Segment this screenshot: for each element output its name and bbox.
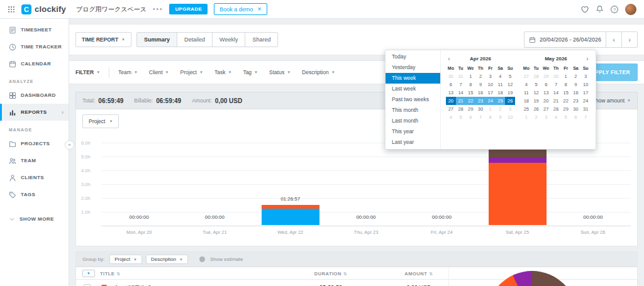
- calendar-day[interactable]: 26: [505, 97, 515, 105]
- preset-last-year[interactable]: Last year: [386, 137, 440, 148]
- calendar-day[interactable]: 11: [496, 80, 506, 89]
- sidebar-item-team[interactable]: TEAM: [0, 152, 69, 169]
- calendar-day[interactable]: 8: [486, 113, 496, 121]
- calendar-day[interactable]: 6: [541, 80, 551, 89]
- sidebar-item-reports[interactable]: REPORTS›: [0, 104, 69, 121]
- filter-client-dropdown[interactable]: Client▼: [149, 69, 169, 75]
- calendar-day[interactable]: 24: [580, 97, 591, 105]
- sidebar-item-time-tracker[interactable]: TIME TRACKER: [0, 38, 69, 55]
- calendar-day[interactable]: 12: [531, 89, 541, 97]
- calendar-day[interactable]: 10: [486, 80, 496, 89]
- tab-summary[interactable]: Summary: [137, 33, 177, 47]
- preset-this-month[interactable]: This month: [386, 105, 440, 116]
- calendar-day[interactable]: 3: [541, 113, 551, 121]
- user-avatar[interactable]: [625, 4, 636, 15]
- calendar-day[interactable]: 22: [561, 97, 571, 105]
- calendar-day[interactable]: 12: [505, 80, 515, 89]
- calendar-day[interactable]: 16: [475, 89, 486, 97]
- calendar-day[interactable]: 9: [496, 113, 506, 121]
- calendar-day[interactable]: 9: [571, 80, 581, 89]
- calendar-day[interactable]: 25: [521, 105, 531, 113]
- calendar-day[interactable]: 30: [446, 72, 456, 80]
- sidebar-item-calendar[interactable]: CALENDAR: [0, 55, 69, 72]
- date-range-display[interactable]: 20/04/2026 - 26/04/2026: [525, 32, 606, 47]
- column-header-duration[interactable]: DURATION⇅: [312, 271, 350, 277]
- preset-last-week[interactable]: Last week: [386, 84, 440, 94]
- calendar-day[interactable]: 3: [580, 72, 591, 80]
- calendar-day[interactable]: 13: [446, 89, 456, 97]
- preset-yesterday[interactable]: Yesterday: [386, 62, 440, 73]
- tab-shared[interactable]: Shared: [245, 33, 277, 47]
- sidebar-show-more[interactable]: SHOW MORE: [0, 211, 69, 228]
- calendar-day[interactable]: 10: [580, 80, 591, 89]
- calendar-day[interactable]: 21: [456, 97, 466, 105]
- sidebar-collapse-button[interactable]: «: [65, 140, 74, 150]
- calendar-day[interactable]: 2: [475, 72, 486, 80]
- upgrade-button[interactable]: UPGRADE: [169, 4, 208, 14]
- calendar-prev-icon[interactable]: ‹: [446, 55, 452, 62]
- filter-description-dropdown[interactable]: Description▼: [302, 69, 335, 75]
- calendar-day[interactable]: 26: [531, 105, 541, 113]
- calendar-day[interactable]: 27: [541, 105, 551, 113]
- calendar-day[interactable]: 8: [561, 80, 571, 89]
- preset-last-month[interactable]: Last month: [386, 116, 440, 126]
- calendar-day[interactable]: 18: [521, 97, 531, 105]
- calendar-day[interactable]: 2: [496, 105, 506, 113]
- calendar-day[interactable]: 19: [531, 97, 541, 105]
- report-type-dropdown[interactable]: TIME REPORT ▼: [75, 32, 131, 47]
- calendar-day[interactable]: 4: [521, 80, 531, 89]
- chart-group-select[interactable]: Project ▼: [82, 114, 119, 128]
- calendar-day[interactable]: 20: [541, 97, 551, 105]
- calendar-day[interactable]: 10: [505, 113, 515, 121]
- sidebar-item-timesheet[interactable]: TIMESHEET: [0, 21, 69, 38]
- calendar-day[interactable]: 17: [486, 89, 496, 97]
- calendar-day[interactable]: 2: [571, 72, 581, 80]
- column-header-title[interactable]: TITLE⇅: [100, 271, 121, 277]
- calendar-day[interactable]: 24: [486, 97, 496, 105]
- calendar-day[interactable]: 23: [571, 97, 581, 105]
- tab-detailed[interactable]: Detailed: [177, 33, 213, 47]
- calendar-day[interactable]: 7: [580, 113, 591, 121]
- calendar-day[interactable]: 19: [505, 89, 515, 97]
- calendar-day[interactable]: 14: [456, 89, 466, 97]
- preset-today[interactable]: Today: [386, 52, 440, 62]
- calendar-day[interactable]: 4: [551, 113, 561, 121]
- sidebar-item-clients[interactable]: CLIENTS: [0, 169, 69, 186]
- donate-heart-icon[interactable]: [580, 5, 589, 14]
- preset-this-year[interactable]: This year: [386, 126, 440, 137]
- calendar-day[interactable]: 2: [531, 113, 541, 121]
- prev-period-button[interactable]: ‹: [606, 32, 621, 47]
- filter-project-dropdown[interactable]: Project▼: [180, 69, 203, 75]
- apps-grid-icon[interactable]: [8, 6, 15, 13]
- book-demo-button[interactable]: Book a demo ×: [214, 3, 267, 15]
- calendar-day[interactable]: 28: [551, 105, 561, 113]
- close-icon[interactable]: ×: [257, 6, 261, 13]
- calendar-day[interactable]: 8: [465, 80, 475, 89]
- calendar-day[interactable]: 31: [456, 72, 466, 80]
- preset-past-two-weeks[interactable]: Past two weeks: [386, 94, 440, 105]
- calendar-day[interactable]: 27: [446, 105, 456, 113]
- tab-weekly[interactable]: Weekly: [213, 33, 245, 47]
- column-header-amount[interactable]: AMOUNT⇅: [394, 271, 444, 277]
- group-by-description-select[interactable]: Description▼: [146, 255, 188, 264]
- filter-task-dropdown[interactable]: Task▼: [214, 69, 231, 75]
- calendar-day[interactable]: 30: [571, 105, 581, 113]
- calendar-day[interactable]: 13: [541, 89, 551, 97]
- calendar-day[interactable]: 25: [496, 97, 506, 105]
- calendar-day[interactable]: 29: [541, 72, 551, 80]
- sidebar-item-projects[interactable]: PROJECTS: [0, 135, 69, 152]
- clockify-logo[interactable]: C clockify: [21, 4, 66, 14]
- calendar-day[interactable]: 31: [580, 105, 591, 113]
- workspace-name[interactable]: ブログ用ワークスペース: [76, 5, 147, 14]
- calendar-day[interactable]: 7: [551, 80, 561, 89]
- calendar-day[interactable]: 7: [475, 113, 486, 121]
- calendar-day[interactable]: 27: [521, 72, 531, 80]
- calendar-day[interactable]: 29: [561, 105, 571, 113]
- filter-tag-dropdown[interactable]: Tag▼: [243, 69, 258, 75]
- sidebar-item-tags[interactable]: TAGS: [0, 186, 69, 203]
- show-amount-dropdown[interactable]: Show amount ▼: [592, 97, 631, 104]
- calendar-day[interactable]: 17: [580, 89, 591, 97]
- calendar-day[interactable]: 1: [561, 72, 571, 80]
- calendar-day[interactable]: 7: [456, 80, 466, 89]
- filter-dropdown[interactable]: FILTER ▼: [75, 69, 100, 75]
